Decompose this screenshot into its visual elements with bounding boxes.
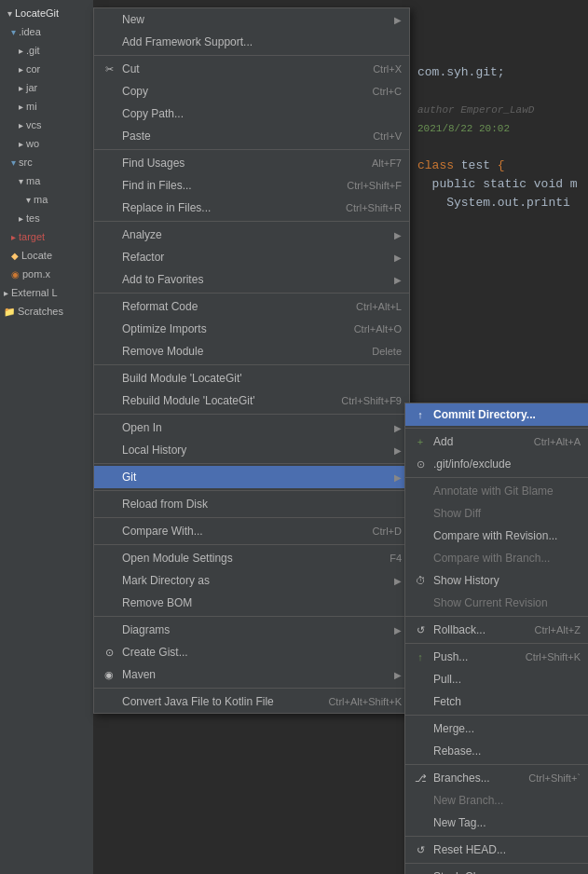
menu-label-compare-with-branch: Compare with Branch...: [433, 552, 581, 565]
menu-item-compare-with-branch[interactable]: Compare with Branch...: [405, 547, 588, 569]
menu-label-optimize-imports: Optimize Imports: [122, 322, 347, 335]
tree-item-idea[interactable]: ▾ .idea: [0, 22, 93, 41]
menu-item-stash-changes[interactable]: Stash Changes...: [405, 866, 588, 874]
menu-label-compare-with: Compare With...: [122, 525, 365, 538]
shortcut-branches: Ctrl+Shift+`: [528, 772, 581, 784]
menu-item-git[interactable]: Git ▶: [94, 466, 409, 488]
menu-item-show-current-revision[interactable]: Show Current Revision: [405, 592, 588, 614]
shortcut-copy: Ctrl+C: [373, 86, 402, 97]
tree-item-jar[interactable]: ▸ jar: [0, 78, 93, 97]
menu-item-paste[interactable]: Paste Ctrl+V: [94, 125, 409, 147]
menu-item-branches[interactable]: ⎇ Branches... Ctrl+Shift+`: [405, 767, 588, 789]
tree-item-git[interactable]: ▸ .git: [0, 41, 93, 60]
shortcut-open-module-settings: F4: [390, 553, 402, 564]
shortcut-optimize-imports: Ctrl+Alt+O: [354, 323, 402, 335]
menu-label-rebase: Rebase...: [433, 744, 581, 758]
menu-item-local-history[interactable]: Local History ▶: [94, 439, 409, 461]
tree-item-target[interactable]: ▸ target: [0, 227, 93, 246]
menu-item-merge[interactable]: Merge...: [405, 717, 588, 740]
menu-item-replace-in-files[interactable]: Replace in Files... Ctrl+Shift+R: [94, 197, 409, 219]
submenu-arrow-icon: ▶: [394, 445, 402, 456]
menu-separator: [94, 517, 409, 518]
menu-label-paste: Paste: [122, 130, 365, 143]
menu-label-reset-head: Reset HEAD...: [433, 843, 581, 856]
menu-label-open-in: Open In: [122, 421, 390, 434]
menu-item-rebuild-module[interactable]: Rebuild Module 'LocateGit' Ctrl+Shift+F9: [94, 389, 409, 412]
tree-item-mi[interactable]: ▸ mi: [0, 97, 93, 116]
menu-label-create-gist: Create Gist...: [122, 646, 402, 659]
menu-item-reload-from-disk[interactable]: Reload from Disk: [94, 493, 409, 515]
menu-item-reformat-code[interactable]: Reformat Code Ctrl+Alt+L: [94, 295, 409, 318]
menu-item-maven[interactable]: ◉ Maven ▶: [94, 663, 409, 686]
menu-item-push[interactable]: ↑ Push... Ctrl+Shift+K: [405, 646, 588, 668]
menu-label-local-history: Local History: [122, 444, 390, 457]
menu-item-fetch[interactable]: Fetch: [405, 690, 588, 713]
menu-item-show-diff[interactable]: Show Diff: [405, 502, 588, 525]
shortcut-push: Ctrl+Shift+K: [526, 651, 581, 662]
tree-item-wo[interactable]: ▸ wo: [0, 134, 93, 153]
menu-item-show-history[interactable]: ⏱ Show History: [405, 569, 588, 592]
menu-item-open-in[interactable]: Open In ▶: [94, 417, 409, 439]
menu-item-rebase[interactable]: Rebase...: [405, 740, 588, 762]
menu-item-cut[interactable]: ✂ Cut Ctrl+X: [94, 58, 409, 80]
menu-item-copy[interactable]: Copy Ctrl+C: [94, 80, 409, 102]
menu-label-add-framework: Add Framework Support...: [122, 35, 402, 48]
menu-item-create-gist[interactable]: ⊙ Create Gist...: [94, 641, 409, 663]
code-line: System.out.printi: [417, 194, 581, 212]
menu-item-remove-bom[interactable]: Remove BOM: [94, 592, 409, 614]
menu-item-build-module[interactable]: Build Module 'LocateGit': [94, 367, 409, 389]
menu-item-mark-directory-as[interactable]: Mark Directory as ▶: [94, 569, 409, 592]
menu-item-find-in-files[interactable]: Find in Files... Ctrl+Shift+F: [94, 174, 409, 197]
menu-label-merge: Merge...: [433, 722, 581, 735]
menu-item-diagrams[interactable]: Diagrams ▶: [94, 619, 409, 641]
maven-icon: ◉: [102, 669, 116, 681]
menu-label-show-diff: Show Diff: [433, 507, 581, 520]
menu-label-open-module-settings: Open Module Settings: [122, 552, 382, 565]
menu-item-open-module-settings[interactable]: Open Module Settings F4: [94, 547, 409, 569]
menu-item-pull[interactable]: Pull...: [405, 668, 588, 690]
tree-item-pomx[interactable]: ◉ pom.x: [0, 265, 93, 283]
menu-item-add[interactable]: + Add Ctrl+Alt+A: [405, 430, 588, 453]
menu-item-new-branch[interactable]: New Branch...: [405, 789, 588, 812]
menu-item-reset-head[interactable]: ↺ Reset HEAD...: [405, 839, 588, 861]
menu-item-compare-with[interactable]: Compare With... Ctrl+D: [94, 520, 409, 542]
menu-item-analyze[interactable]: Analyze ▶: [94, 224, 409, 246]
menu-item-convert-java[interactable]: Convert Java File to Kotlin File Ctrl+Al…: [94, 690, 409, 713]
tree-item-ma1[interactable]: ▾ ma: [0, 171, 93, 190]
menu-item-copy-path[interactable]: Copy Path...: [94, 102, 409, 125]
menu-item-new-tag[interactable]: New Tag...: [405, 812, 588, 834]
submenu-arrow-icon: ▶: [394, 15, 402, 25]
menu-separator: [405, 836, 588, 837]
menu-item-new[interactable]: New ▶: [94, 8, 409, 31]
menu-item-refactor[interactable]: Refactor ▶: [94, 246, 409, 268]
menu-item-commit-directory[interactable]: ↑ Commit Directory...: [405, 403, 588, 426]
menu-item-gitinfo-exclude[interactable]: ⊙ .git/info/exclude: [405, 453, 588, 475]
tree-item-locate[interactable]: ◆ Locate: [0, 246, 93, 265]
shortcut-find-in-files: Ctrl+Shift+F: [347, 180, 402, 191]
submenu-arrow-icon: ▶: [394, 423, 402, 433]
menu-item-optimize-imports[interactable]: Optimize Imports Ctrl+Alt+O: [94, 318, 409, 340]
menu-item-find-usages[interactable]: Find Usages Alt+F7: [94, 152, 409, 174]
tree-item-vcs[interactable]: ▸ vcs: [0, 116, 93, 134]
tree-item-scratches[interactable]: 📁 Scratches: [0, 302, 93, 321]
menu-item-annotate-git-blame[interactable]: Annotate with Git Blame: [405, 480, 588, 502]
submenu-arrow-icon: ▶: [394, 625, 402, 635]
tree-item-src[interactable]: ▾ src: [0, 153, 93, 171]
tree-item-external-libraries[interactable]: ▸ External L: [0, 283, 93, 302]
menu-item-add-to-favorites[interactable]: Add to Favorites ▶: [94, 268, 409, 291]
tree-item-cor[interactable]: ▸ cor: [0, 60, 93, 78]
shortcut-reformat-code: Ctrl+Alt+L: [356, 301, 402, 312]
menu-separator: [94, 149, 409, 150]
code-area: com.syh.git; author Emperor_LawD 2021/8/…: [410, 56, 588, 220]
tree-item-ma2[interactable]: ▾ ma: [0, 190, 93, 209]
menu-item-add-framework[interactable]: Add Framework Support...: [94, 31, 409, 53]
menu-label-find-usages: Find Usages: [122, 157, 364, 170]
menu-item-remove-module[interactable]: Remove Module Delete: [94, 340, 409, 362]
menu-item-compare-with-revision[interactable]: Compare with Revision...: [405, 525, 588, 547]
code-line: public static void m: [417, 175, 581, 194]
tree-item-tes[interactable]: ▸ tes: [0, 209, 93, 227]
menu-label-replace-in-files: Replace in Files...: [122, 201, 338, 214]
menu-item-rollback[interactable]: ↺ Rollback... Ctrl+Alt+Z: [405, 619, 588, 641]
shortcut-convert-java: Ctrl+Alt+Shift+K: [328, 696, 402, 707]
tree-item-locategit[interactable]: ▾ LocateGit: [0, 4, 93, 22]
